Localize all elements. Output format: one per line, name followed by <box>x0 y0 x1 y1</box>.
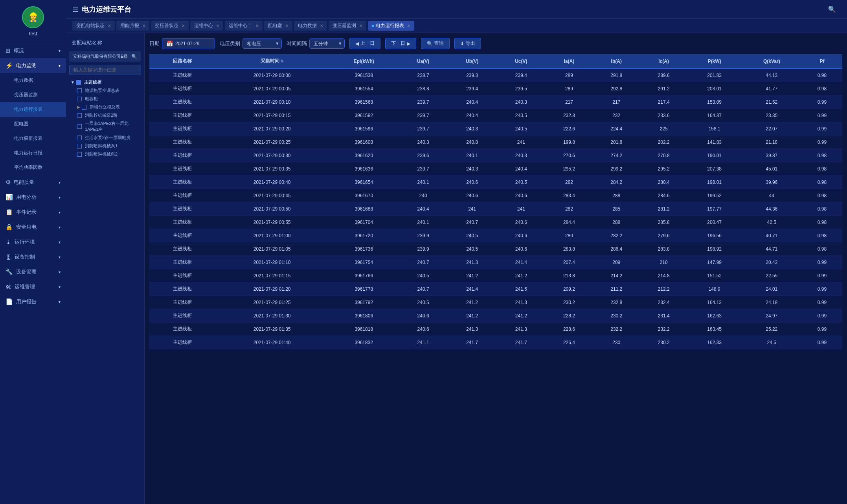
tab-close-transformer-monitor-tab[interactable]: ✕ <box>359 24 362 28</box>
tree-check-fire-spray1[interactable] <box>77 144 82 148</box>
th-ic: Ic(A) <box>640 54 687 69</box>
table-row[interactable]: 主进线柜2021-07-29 01:153961766240.5241.2241… <box>149 269 842 282</box>
tab-substation-status[interactable]: 变配电站状态 ✕ <box>72 21 115 31</box>
sidebar-item-power-report[interactable]: 电力运行报表 <box>0 102 66 117</box>
table-row[interactable]: 主进线柜2021-07-29 00:103961568239.7240.4240… <box>149 95 842 109</box>
date-input-wrap[interactable]: 📅 <box>162 38 215 49</box>
tab-power-report-tab[interactable]: 电力运行报表 ✕ <box>368 21 414 31</box>
table-row[interactable]: 主进线柜2021-07-29 00:403961654240.1240.6240… <box>149 176 842 189</box>
tree-item-fire-spray2[interactable]: 消防喷淋机械泵2 <box>69 150 141 158</box>
search-icon[interactable]: 🔍 <box>828 5 836 13</box>
tab-transformer-monitor-tab[interactable]: 变压器监测 ✕ <box>329 21 366 31</box>
tree-check-main-switch[interactable] <box>76 80 81 85</box>
tree-search-input[interactable] <box>69 65 141 75</box>
menu-icon[interactable]: ☰ <box>72 5 79 14</box>
cell-uc: 240.6 <box>497 242 546 256</box>
tree-item-fire-spray1[interactable]: 消防喷淋机械泵1 <box>69 142 141 150</box>
tree-check-capacitor[interactable] <box>77 97 82 101</box>
tab-close-power-data-tab[interactable]: ✕ <box>320 24 323 28</box>
table-row[interactable]: 主进线柜2021-07-29 01:353961818240.6241.3241… <box>149 323 842 336</box>
prev-day-button[interactable]: ◀ 上一日 <box>349 38 380 49</box>
sidebar-item-user-report[interactable]: 📄 用户报告 ▾ <box>0 294 66 309</box>
tree-item-water-pump[interactable]: 生活水泵2路一层弱电房 <box>69 134 141 142</box>
voltage-select[interactable]: 相电压 线电压 <box>243 38 282 49</box>
tree-item-heat-pump[interactable]: 地源热泵空调总表 <box>69 86 141 95</box>
tab-config-room[interactable]: 配电室 ✕ <box>264 21 292 31</box>
sidebar-item-avg-pf[interactable]: 平均功率因数 <box>0 160 66 175</box>
sidebar-item-overview[interactable]: ⊞ 概况 ▾ <box>0 43 66 58</box>
table-row[interactable]: 主进线柜2021-07-29 00:453961670240240.6240.6… <box>149 189 842 202</box>
tab-close-usage-report[interactable]: ✕ <box>142 24 145 28</box>
tree-item-capacitor[interactable]: 电容柜 <box>69 95 141 103</box>
tab-ops-center2[interactable]: 运维中心二 ✕ <box>225 21 263 31</box>
tab-close-substation-status[interactable]: ✕ <box>108 24 111 28</box>
tab-transformer-status[interactable]: 变压器状态 ✕ <box>151 21 189 31</box>
tree-check-floor1-ape2[interactable] <box>77 124 82 129</box>
tab-close-config-room[interactable]: ✕ <box>285 24 288 28</box>
table-row[interactable]: 主进线柜2021-07-29 00:353961636239.7240.3240… <box>149 162 842 176</box>
table-row[interactable]: 主进线柜2021-07-29 00:053961554238.8239.4239… <box>149 82 842 95</box>
tree-check-heat-pump[interactable] <box>77 88 82 93</box>
tab-close-transformer-status[interactable]: ✕ <box>182 24 185 28</box>
tab-close-ops-center[interactable]: ✕ <box>216 24 219 28</box>
tab-usage-report[interactable]: 用能月报 ✕ <box>116 21 149 31</box>
sidebar-item-config-map[interactable]: 配电图 <box>0 117 66 131</box>
sidebar-item-power-data[interactable]: 电力数据 <box>0 73 66 88</box>
th-epi: Epi(kWh) <box>329 54 399 69</box>
table-row[interactable]: 主进线柜2021-07-29 01:003961720239.9240.5240… <box>149 229 842 242</box>
table-row[interactable]: 主进线柜2021-07-29 01:103961754240.7241.3241… <box>149 256 842 269</box>
tab-close-ops-center2[interactable]: ✕ <box>255 24 259 28</box>
tree-check-fire-spray2[interactable] <box>77 152 82 157</box>
table-row[interactable]: 主进线柜2021-07-29 01:303961806240.6241.2241… <box>149 309 842 323</box>
tree-check-fire-pump[interactable] <box>77 113 82 118</box>
sidebar-item-power-extreme[interactable]: 电力极值报表 <box>0 131 66 146</box>
table-row[interactable]: 主进线柜2021-07-29 00:203961596239.7240.3240… <box>149 122 842 136</box>
nav-arrow-device-control: ▾ <box>59 255 61 259</box>
nav-icon-device-manage: 🔧 <box>6 268 13 275</box>
avatar: 👷 <box>22 6 44 28</box>
tree-item-main-switch[interactable]: ▼ 主进线柜 <box>69 78 141 86</box>
th-collect_time[interactable]: 采集时间⇅ <box>215 54 329 69</box>
sidebar-item-power-monitor[interactable]: ⚡ 电力监测 ▾ <box>0 58 66 73</box>
search-company-icon[interactable]: 🔍 <box>131 54 137 59</box>
sidebar-item-operation-env[interactable]: 🌡 运行环境 ▾ <box>0 235 66 249</box>
cell-ub: 240.6 <box>447 176 497 189</box>
table-row[interactable]: 主进线柜2021-07-29 01:253961792240.5241.2241… <box>149 296 842 309</box>
sidebar-item-device-manage[interactable]: 🔧 设备管理 ▾ <box>0 264 66 279</box>
content: 变配电站名称 安科瑞电气股份有限公司E楼 🔍 ▼ 主进线柜 地源热泵空调总表 电… <box>66 33 847 504</box>
table-row[interactable]: 主进线柜2021-07-29 00:253961608240.3240.8241… <box>149 136 842 149</box>
date-input[interactable] <box>175 41 211 46</box>
table-row[interactable]: 主进线柜2021-07-29 00:503961688240.424124128… <box>149 202 842 216</box>
sidebar-item-safe-power[interactable]: 🔒 安全用电 ▾ <box>0 220 66 235</box>
sidebar-item-event-log[interactable]: 📋 事件记录 ▾ <box>0 205 66 220</box>
sidebar-item-energy-quality[interactable]: ⚙ 电能质量 ▾ <box>0 175 66 190</box>
sidebar-item-device-control[interactable]: 🎛 设备控制 ▾ <box>0 249 66 264</box>
sidebar-item-ops-manage[interactable]: 🛠 运维管理 ▾ <box>0 279 66 294</box>
table-row[interactable]: 主进线柜2021-07-29 01:053961736239.9240.5240… <box>149 242 842 256</box>
sidebar-item-transformer-monitor[interactable]: 变压器监测 <box>0 88 66 102</box>
tree-item-floor1-ape2[interactable]: 一层南1APE2右一层北1APE1左 <box>69 119 141 134</box>
cell-uc: 240.3 <box>497 95 546 109</box>
company-selector[interactable]: 安科瑞电气股份有限公司E楼 🔍 <box>69 51 141 62</box>
table-row[interactable]: 主进线柜2021-07-29 00:003961538238.7239.3239… <box>149 69 842 82</box>
table-row[interactable]: 主进线柜2021-07-29 01:403961832241.1241.7241… <box>149 336 842 349</box>
tree-check-water-pump[interactable] <box>77 136 82 140</box>
query-button[interactable]: 🔍 查询 <box>421 38 450 49</box>
tab-power-data-tab[interactable]: 电力数据 ✕ <box>294 21 327 31</box>
export-button[interactable]: ⬇ 导出 <box>454 38 481 49</box>
nav-icon-ops-manage: 🛠 <box>6 284 11 290</box>
interval-select[interactable]: 五分钟 十五分钟 一小时 <box>309 38 345 49</box>
tab-ops-center[interactable]: 运维中心 ✕ <box>190 21 223 31</box>
data-table: 回路名称采集时间⇅Epi(kWh)Ua(V)Ub(V)Uc(V)Ia(A)Ib(… <box>149 54 842 349</box>
tree-item-new-stand-dist[interactable]: ▶ 新增分立柜总表 <box>69 103 141 111</box>
tree-check-new-stand-dist[interactable] <box>82 105 86 110</box>
sidebar-item-power-daily[interactable]: 电力运行日报 <box>0 146 66 160</box>
table-row[interactable]: 主进线柜2021-07-29 00:553961704240.1240.7240… <box>149 216 842 229</box>
sidebar-item-power-analysis[interactable]: 📊 用电分析 ▾ <box>0 190 66 205</box>
table-row[interactable]: 主进线柜2021-07-29 00:153961582239.7240.4240… <box>149 109 842 122</box>
table-row[interactable]: 主进线柜2021-07-29 00:303961620239.6240.1240… <box>149 149 842 162</box>
tab-close-power-report-tab[interactable]: ✕ <box>407 24 410 28</box>
table-row[interactable]: 主进线柜2021-07-29 01:203961778240.7241.4241… <box>149 282 842 296</box>
next-day-button[interactable]: 下一日 ▶ <box>385 38 416 49</box>
tree-item-fire-pump[interactable]: 消防栓机械泵2路 <box>69 111 141 119</box>
